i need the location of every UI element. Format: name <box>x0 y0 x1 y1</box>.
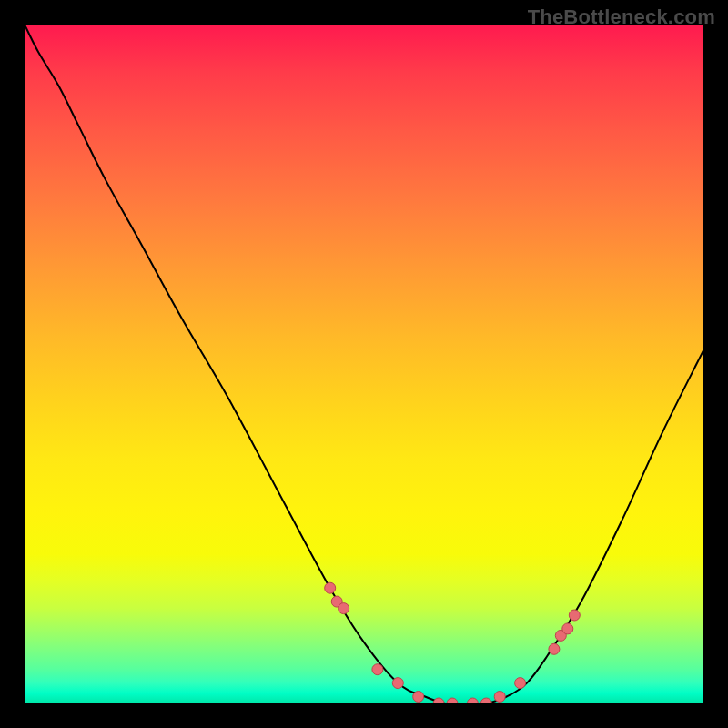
marker-group <box>325 582 581 703</box>
chart-frame: TheBottleneck.com <box>0 0 728 728</box>
data-marker <box>494 692 505 703</box>
data-marker <box>562 623 573 634</box>
data-marker <box>515 678 526 689</box>
data-marker <box>447 698 458 703</box>
data-marker <box>467 698 478 703</box>
data-marker <box>413 692 424 703</box>
data-marker <box>549 643 560 654</box>
watermark-text: TheBottleneck.com <box>528 5 715 29</box>
data-marker <box>569 610 580 621</box>
data-marker <box>392 678 403 689</box>
data-marker <box>480 698 491 703</box>
data-marker <box>433 698 444 703</box>
data-marker <box>325 582 336 593</box>
bottleneck-curve <box>25 25 703 703</box>
data-marker <box>339 603 349 614</box>
curve-layer <box>25 25 703 703</box>
data-marker <box>372 664 383 675</box>
plot-area <box>25 25 703 703</box>
